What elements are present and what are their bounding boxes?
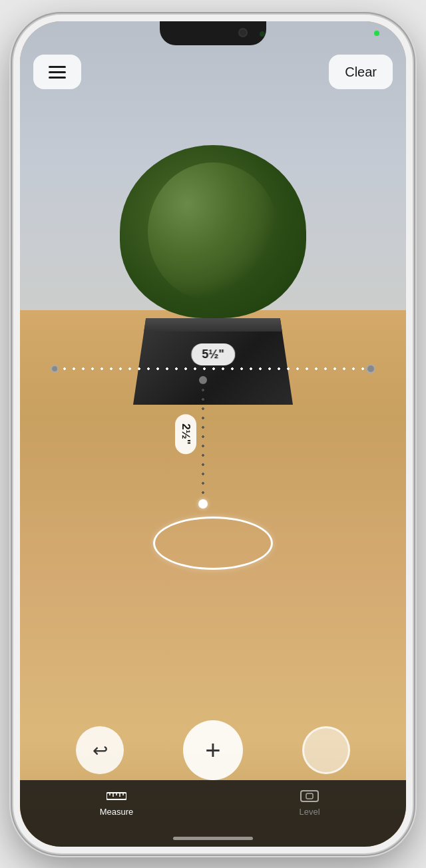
clear-label: Clear (345, 65, 377, 79)
succulent-plant (120, 145, 306, 318)
tab-level[interactable]: Level (213, 788, 406, 817)
bottom-controls: ↩ + (20, 720, 406, 780)
plant-pot (133, 318, 293, 405)
status-indicator (374, 31, 379, 36)
add-point-button[interactable]: + (183, 720, 243, 780)
svg-rect-7 (306, 793, 313, 799)
menu-line-2 (49, 71, 66, 73)
undo-button[interactable]: ↩ (76, 726, 124, 774)
level-tab-label: Level (299, 807, 320, 817)
add-icon: + (205, 736, 220, 765)
svg-rect-6 (301, 791, 318, 801)
measure-tab-label: Measure (100, 807, 134, 817)
clear-button[interactable]: Clear (329, 55, 393, 89)
tab-measure[interactable]: Measure (20, 788, 213, 817)
plant-body (120, 145, 306, 318)
screen: 5½" 2½" (20, 21, 406, 847)
undo-icon: ↩ (93, 740, 108, 761)
top-bar: Clear (20, 55, 406, 89)
phone-outer: 5½" 2½" (0, 0, 426, 868)
front-camera (238, 28, 248, 37)
pot-body (133, 318, 293, 405)
level-icon (299, 788, 320, 804)
capture-button[interactable] (302, 726, 350, 774)
ruler-icon (106, 788, 127, 804)
menu-button[interactable] (33, 55, 81, 89)
phone-frame: 5½" 2½" (13, 15, 413, 853)
notch (160, 21, 266, 45)
menu-icon (49, 66, 66, 79)
menu-line-1 (49, 66, 66, 68)
plant-container (106, 145, 320, 405)
home-indicator (173, 837, 253, 840)
menu-line-3 (49, 77, 66, 79)
